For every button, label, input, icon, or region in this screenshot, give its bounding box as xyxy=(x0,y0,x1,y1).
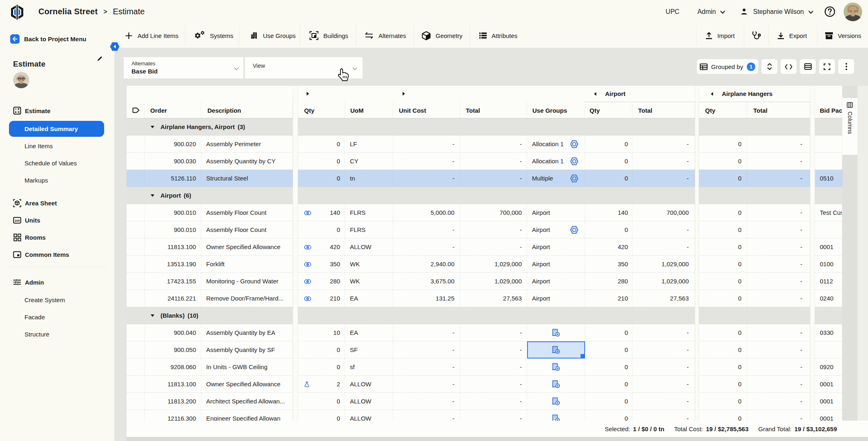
cell-order[interactable]: 5126.110 xyxy=(145,170,201,187)
cell-hangers-qty[interactable]: 0 xyxy=(699,170,747,187)
cell-use-groups[interactable]: Airport xyxy=(527,273,585,290)
cell-hangers-qty[interactable]: 0 xyxy=(699,290,747,307)
edit-pencil-icon[interactable] xyxy=(97,56,103,62)
sidebar-item-detailed-summary[interactable]: Detailed Summary xyxy=(9,121,104,137)
cell-hangers-total[interactable]: - xyxy=(747,393,810,410)
role-label[interactable]: Admin xyxy=(697,8,716,16)
cell-airport-total[interactable]: - xyxy=(632,221,695,238)
cell-qty[interactable]: 10 xyxy=(298,324,345,341)
collapse-group-icon[interactable] xyxy=(710,91,714,96)
user-name[interactable]: Stephanie Wilson xyxy=(753,8,804,16)
linked-quantity-icon[interactable] xyxy=(304,262,311,267)
cell-uom[interactable]: WK xyxy=(345,273,393,290)
cell-uom[interactable]: ALLOW xyxy=(345,393,393,410)
cell-order[interactable]: 11813.200 xyxy=(145,393,201,410)
sidebar-item-facade[interactable]: Facade xyxy=(0,308,114,325)
cell-bid-pack[interactable] xyxy=(815,221,842,238)
cell-airport-total[interactable]: 1,029,000 xyxy=(632,273,695,290)
grid-row[interactable]: 900.010Assembly Floor Count0FLRS--Airpor… xyxy=(127,221,842,238)
grid-row[interactable]: 17423.155Monitoring - Ground Water280WK3… xyxy=(127,273,842,290)
linked-quantity-icon[interactable] xyxy=(304,211,311,215)
group-collapse-icon[interactable] xyxy=(150,194,155,197)
cell-use-groups[interactable]: Airport xyxy=(527,204,585,221)
cell-bid-pack[interactable]: 0240 xyxy=(815,290,842,307)
cell-airport-qty[interactable]: 0 xyxy=(585,170,632,187)
cell-hangers-qty[interactable]: 0 xyxy=(699,393,747,410)
cell-unit-cost[interactable]: 131.25 xyxy=(393,290,460,307)
cell-hangers-qty[interactable]: 0 xyxy=(699,136,747,153)
cell-unit-cost[interactable]: - xyxy=(393,170,460,187)
cell-description[interactable]: Owner Specified Allowance xyxy=(201,238,293,256)
cell-uom[interactable]: ALLOW xyxy=(345,410,393,421)
sidebar-item-schedule-of-values[interactable]: Schedule of Values xyxy=(0,154,114,172)
cell-row-flag[interactable] xyxy=(127,359,145,376)
cell-hangers-total[interactable]: - xyxy=(747,290,810,307)
cell-order[interactable]: 900.020 xyxy=(145,136,201,153)
cell-airport-total[interactable]: - xyxy=(632,410,695,421)
cell-hangers-qty[interactable]: 0 xyxy=(699,221,747,238)
cell-total[interactable]: - xyxy=(460,324,527,341)
columns-panel-tab[interactable]: Columns xyxy=(842,98,857,155)
cell-hangers-total[interactable]: - xyxy=(747,238,810,256)
cell-airport-total[interactable]: - xyxy=(632,238,695,256)
cell-airport-qty[interactable]: 280 xyxy=(585,273,632,290)
use-group-allocation-icon[interactable] xyxy=(570,174,579,183)
upc-label[interactable]: UPC xyxy=(665,8,679,16)
cell-use-groups[interactable]: Airport xyxy=(527,238,585,256)
fullscreen-button[interactable] xyxy=(819,59,835,74)
cell-hangers-total[interactable]: - xyxy=(747,410,810,421)
toolbar-import-button[interactable]: Import xyxy=(705,23,735,48)
cell-uom[interactable]: EA xyxy=(345,324,393,341)
sidebar-item-line-items[interactable]: Line Items xyxy=(0,137,114,154)
cell-airport-total[interactable]: - xyxy=(632,170,695,187)
cell-unit-cost[interactable]: - xyxy=(393,238,460,256)
back-to-project-menu-button[interactable]: Back to Project Menu xyxy=(10,34,87,44)
cell-row-flag[interactable] xyxy=(127,410,145,421)
user-avatar[interactable] xyxy=(844,2,862,21)
cell-airport-qty[interactable]: 0 xyxy=(585,359,632,376)
cell-row-flag[interactable] xyxy=(127,341,145,359)
cell-row-flag[interactable] xyxy=(127,204,145,221)
cell-bid-pack[interactable]: 0001 xyxy=(815,376,842,393)
add-use-group-icon[interactable] xyxy=(552,414,560,421)
expand-cost-group-icon[interactable] xyxy=(402,91,405,96)
cell-row-flag[interactable] xyxy=(127,393,145,410)
sidebar-item-rooms[interactable]: Rooms xyxy=(0,229,114,246)
cell-airport-qty[interactable]: 0 xyxy=(585,153,632,170)
cell-total[interactable]: - xyxy=(460,359,527,376)
expand-qty-group-icon[interactable] xyxy=(306,91,309,96)
role-chevron-down-icon[interactable] xyxy=(720,9,725,14)
cell-row-flag[interactable] xyxy=(127,238,145,256)
cell-unit-cost[interactable]: - xyxy=(393,136,460,153)
cell-uom[interactable]: WK xyxy=(345,256,393,273)
cell-bid-pack[interactable] xyxy=(815,341,842,359)
cell-qty[interactable]: 0 xyxy=(298,221,345,238)
cell-hangers-qty[interactable]: 0 xyxy=(699,324,747,341)
row-tag-icon[interactable] xyxy=(132,107,140,113)
cell-use-groups[interactable] xyxy=(527,410,585,421)
cell-use-groups[interactable] xyxy=(527,324,585,341)
cell-qty[interactable]: 0 xyxy=(298,410,345,421)
cell-use-groups[interactable]: Airport xyxy=(527,221,585,238)
cell-hangers-total[interactable]: - xyxy=(747,376,810,393)
toolbar-stethoscope-button[interactable] xyxy=(752,23,761,48)
cell-bid-pack[interactable]: 0920 xyxy=(815,359,842,376)
cell-description[interactable]: Assembly Perimeter xyxy=(201,136,293,153)
use-group-allocation-icon[interactable] xyxy=(570,140,579,149)
cell-unit-cost[interactable]: - xyxy=(393,341,460,359)
cell-bid-pack[interactable]: 0100 xyxy=(815,256,842,273)
cell-hangers-qty[interactable]: 0 xyxy=(699,256,747,273)
unit-cost-header[interactable]: Unit Cost xyxy=(393,102,460,118)
qty-header[interactable]: Qty xyxy=(298,102,345,118)
sidebar-item-area-sheet[interactable]: Area Sheet xyxy=(0,194,114,212)
linked-quantity-icon[interactable] xyxy=(304,279,311,284)
cell-description[interactable]: In Units - GWB Ceiling xyxy=(201,359,293,376)
cell-hangers-total[interactable]: - xyxy=(747,221,810,238)
row-flag-header[interactable] xyxy=(127,102,145,118)
cell-description[interactable]: Assembly Floor Count xyxy=(201,221,293,238)
cell-description[interactable]: Structural Steel xyxy=(201,170,293,187)
cell-total[interactable]: 27,563 xyxy=(460,290,527,307)
add-use-group-icon[interactable] xyxy=(552,397,560,405)
add-use-group-icon[interactable] xyxy=(552,363,560,371)
toolbar-export-button[interactable]: Export xyxy=(777,23,807,48)
